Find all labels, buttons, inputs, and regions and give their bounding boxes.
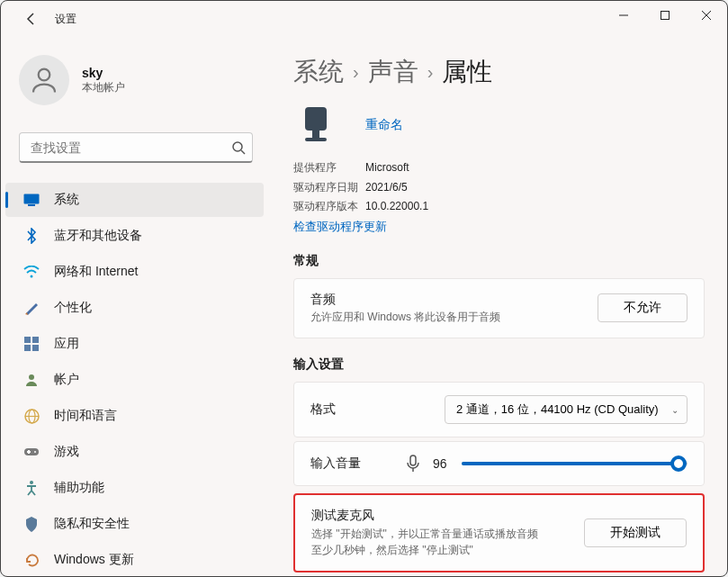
gamepad-icon [23, 444, 40, 460]
brush-icon [23, 300, 40, 316]
avatar [19, 55, 69, 105]
nav-bluetooth[interactable]: 蓝牙和其他设备 [5, 219, 264, 253]
chevron-right-icon: › [427, 62, 434, 83]
format-label: 格式 [310, 401, 445, 418]
minimize-button[interactable] [603, 1, 644, 30]
nav-label: 应用 [54, 336, 79, 352]
nav-gaming[interactable]: 游戏 [5, 435, 264, 469]
driver-date-label: 驱动程序日期 [293, 178, 365, 198]
accessibility-icon [23, 480, 40, 496]
crumb-sound[interactable]: 声音 [368, 55, 418, 89]
user-icon [23, 372, 40, 388]
svg-rect-1 [661, 12, 670, 20]
nav-time[interactable]: 时间和语言 [5, 399, 264, 433]
driver-version-value: 10.0.22000.1 [365, 197, 428, 217]
check-driver-updates-link[interactable]: 检查驱动程序更新 [293, 219, 387, 235]
test-desc: 选择 "开始测试"，并以正常音量通话或播放音频至少几秒钟，然后选择 "停止测试" [311, 526, 545, 558]
search-input[interactable] [19, 132, 253, 163]
test-title: 测试麦克风 [311, 508, 584, 524]
deny-button[interactable]: 不允许 [598, 293, 688, 322]
provider-value: Microsoft [365, 158, 409, 178]
device-icon [293, 103, 338, 148]
chevron-right-icon: › [353, 62, 359, 83]
nav-label: 蓝牙和其他设备 [54, 228, 142, 244]
rename-link[interactable]: 重命名 [365, 117, 403, 133]
test-microphone-card: 测试麦克风 选择 "开始测试"，并以正常音量通话或播放音频至少几秒钟，然后选择 … [293, 493, 705, 572]
svg-rect-26 [410, 455, 416, 465]
window-title: 设置 [55, 12, 76, 27]
driver-version-label: 驱动程序版本 [293, 197, 365, 217]
crumb-properties: 属性 [442, 55, 492, 89]
audio-card: 音频 允许应用和 Windows 将此设备用于音频 不允许 [293, 278, 705, 338]
svg-point-19 [34, 451, 36, 453]
volume-card: 输入音量 96 [293, 441, 705, 486]
apps-icon [23, 336, 40, 352]
svg-rect-25 [305, 138, 327, 141]
nav-privacy[interactable]: 隐私和安全性 [5, 507, 264, 541]
nav-label: 个性化 [54, 300, 92, 316]
system-icon [23, 192, 40, 208]
chevron-down-icon: ⌄ [671, 404, 679, 414]
nav-label: 游戏 [54, 444, 79, 460]
close-button[interactable] [686, 1, 727, 30]
wifi-icon [23, 264, 40, 280]
svg-point-14 [29, 374, 34, 380]
bluetooth-icon [23, 228, 40, 244]
nav-accounts[interactable]: 帐户 [5, 363, 264, 397]
nav-label: 时间和语言 [54, 408, 117, 424]
svg-rect-12 [24, 345, 31, 351]
profile[interactable]: sky 本地帐户 [1, 46, 271, 114]
shield-icon [23, 516, 40, 532]
start-test-button[interactable]: 开始测试 [584, 518, 687, 547]
nav-accessibility[interactable]: 辅助功能 [5, 471, 264, 505]
svg-point-5 [233, 142, 242, 151]
nav-system[interactable]: 系统 [5, 183, 264, 217]
nav-label: 网络和 Internet [54, 264, 138, 280]
nav-label: 隐私和安全性 [54, 516, 130, 532]
profile-subtitle: 本地帐户 [82, 80, 125, 95]
svg-rect-21 [28, 450, 30, 454]
update-icon [23, 552, 40, 568]
audio-desc: 允许应用和 Windows 将此设备用于音频 [310, 310, 598, 325]
svg-rect-23 [305, 107, 327, 131]
breadcrumb: 系统 › 声音 › 属性 [293, 55, 705, 89]
maximize-button[interactable] [644, 1, 686, 30]
microphone-icon [406, 455, 420, 473]
volume-label: 输入音量 [310, 455, 400, 472]
format-card: 格式 2 通道，16 位，44100 Hz (CD Quality) ⌄ [293, 382, 705, 437]
nav-network[interactable]: 网络和 Internet [5, 255, 264, 289]
format-select[interactable]: 2 通道，16 位，44100 Hz (CD Quality) [445, 395, 688, 424]
nav-label: 帐户 [54, 372, 79, 388]
nav-label: 系统 [54, 192, 79, 208]
search-icon [231, 140, 246, 155]
profile-name: sky [82, 66, 125, 80]
svg-rect-7 [24, 194, 40, 204]
svg-rect-24 [312, 131, 319, 138]
nav-personalization[interactable]: 个性化 [5, 291, 264, 325]
svg-rect-8 [28, 204, 35, 206]
svg-rect-13 [32, 345, 39, 351]
svg-rect-10 [24, 337, 31, 343]
svg-point-22 [30, 481, 33, 484]
back-button[interactable] [17, 5, 46, 33]
svg-line-6 [241, 150, 245, 154]
nav-update[interactable]: Windows 更新 [5, 543, 264, 576]
volume-value: 96 [433, 456, 451, 471]
nav-apps[interactable]: 应用 [5, 327, 264, 361]
svg-rect-11 [32, 337, 39, 343]
driver-date-value: 2021/6/5 [365, 178, 408, 198]
audio-label: 音频 [310, 292, 598, 308]
svg-rect-18 [24, 448, 39, 455]
nav-label: Windows 更新 [54, 552, 134, 568]
globe-icon [23, 408, 40, 424]
section-input: 输入设置 [293, 356, 705, 373]
crumb-system[interactable]: 系统 [293, 55, 344, 89]
section-general: 常规 [293, 253, 705, 269]
svg-point-9 [31, 275, 33, 278]
svg-point-4 [39, 69, 50, 81]
provider-label: 提供程序 [293, 158, 365, 178]
nav-label: 辅助功能 [54, 480, 104, 496]
volume-slider[interactable] [462, 455, 688, 473]
